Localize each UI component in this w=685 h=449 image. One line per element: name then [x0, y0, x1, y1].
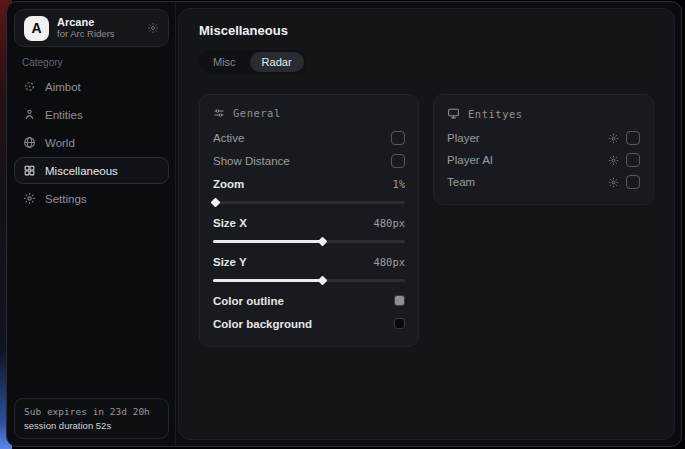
sidebar: A Arcane for Arc Riders Category [7, 2, 176, 446]
show-distance-checkbox[interactable] [391, 154, 405, 168]
gear-icon[interactable] [608, 133, 619, 144]
slider-fill [213, 279, 322, 282]
player-row: Player [447, 127, 640, 149]
team-checkbox[interactable] [626, 175, 640, 189]
size-x-row: Size X 480px [213, 211, 405, 234]
grid-icon [23, 164, 36, 177]
color-background-label: Color background [213, 318, 312, 330]
sidebar-item-miscellaneous[interactable]: Miscellaneous [14, 157, 169, 184]
monitor-icon [447, 107, 460, 120]
zoom-value: 1% [392, 178, 405, 190]
size-y-slider[interactable] [213, 274, 405, 286]
sub-expires-text: Sub expires in 23d 20h [24, 406, 159, 417]
brand-name: Arcane [57, 16, 115, 29]
sidebar-item-label: Miscellaneous [45, 165, 118, 177]
sidebar-nav: Aimbot Entities World [14, 73, 169, 212]
gear-icon[interactable] [608, 155, 619, 166]
size-y-label: Size Y [213, 256, 247, 268]
color-outline-row: Color outline [213, 289, 405, 312]
tab-misc[interactable]: Misc [201, 52, 248, 72]
general-panel-title: General [233, 107, 281, 119]
entities-panel-header: Entityes [447, 107, 640, 120]
player-checkbox[interactable] [626, 131, 640, 145]
active-row: Active [213, 126, 405, 149]
zoom-row: Zoom 1% [213, 172, 405, 195]
slider-fill [213, 201, 215, 204]
tab-bar: Misc Radar [199, 50, 306, 74]
size-x-label: Size X [213, 217, 247, 229]
player-ai-checkbox[interactable] [626, 153, 640, 167]
main-content: Miscellaneous Misc Radar General Active [178, 8, 675, 440]
active-checkbox[interactable] [391, 131, 405, 145]
color-outline-swatch[interactable] [394, 295, 405, 306]
size-y-row: Size Y 480px [213, 250, 405, 273]
general-panel: General Active Show Distance Zoom 1% [199, 94, 419, 347]
show-distance-row: Show Distance [213, 149, 405, 172]
slider-thumb[interactable] [318, 276, 328, 286]
sidebar-item-world[interactable]: World [14, 129, 169, 156]
sidebar-item-entities[interactable]: Entities [14, 101, 169, 128]
color-background-row: Color background [213, 312, 405, 335]
player-ai-label: Player AI [447, 154, 493, 166]
category-label: Category [22, 57, 63, 68]
globe-icon [23, 136, 36, 149]
app-window: A Arcane for Arc Riders Category [6, 1, 682, 447]
sidebar-item-settings[interactable]: Settings [14, 185, 169, 212]
player-ai-row: Player AI [447, 149, 640, 171]
zoom-label: Zoom [213, 178, 244, 190]
tab-radar[interactable]: Radar [250, 52, 304, 72]
brand-subtitle: for Arc Riders [57, 29, 115, 40]
team-label: Team [447, 176, 475, 188]
person-scan-icon [23, 108, 36, 121]
entities-panel-title: Entityes [468, 108, 523, 120]
size-x-slider[interactable] [213, 235, 405, 247]
entities-panel: Entityes Player [433, 94, 654, 205]
team-row: Team [447, 171, 640, 193]
size-y-value: 480px [373, 256, 405, 268]
general-panel-header: General [213, 107, 405, 119]
session-duration-text: session duration 52s [24, 420, 159, 431]
subscription-card: Sub expires in 23d 20h session duration … [14, 398, 169, 439]
sidebar-item-label: Entities [45, 109, 83, 121]
page-title: Miscellaneous [199, 23, 654, 38]
slider-thumb[interactable] [318, 237, 328, 247]
sidebar-item-label: Settings [45, 193, 87, 205]
slider-thumb[interactable] [210, 198, 220, 208]
active-label: Active [213, 132, 244, 144]
brand-text: Arcane for Arc Riders [57, 16, 115, 40]
brand-logo: A [24, 16, 49, 41]
size-x-value: 480px [373, 217, 405, 229]
color-background-swatch[interactable] [394, 318, 405, 329]
crosshair-icon [23, 80, 36, 93]
gear-icon[interactable] [608, 177, 619, 188]
gear-icon[interactable] [147, 22, 159, 34]
sidebar-item-label: Aimbot [45, 81, 81, 93]
brand-card: A Arcane for Arc Riders [14, 9, 169, 47]
panels-row: General Active Show Distance Zoom 1% [199, 94, 654, 347]
entities-rows: Player Player AI [447, 127, 640, 193]
sidebar-item-aimbot[interactable]: Aimbot [14, 73, 169, 100]
slider-track [213, 201, 405, 204]
sidebar-item-label: World [45, 137, 75, 149]
player-label: Player [447, 132, 480, 144]
zoom-slider[interactable] [213, 196, 405, 208]
sliders-icon [213, 107, 225, 119]
slider-fill [213, 240, 322, 243]
gear-icon [23, 192, 36, 205]
show-distance-label: Show Distance [213, 155, 290, 167]
color-outline-label: Color outline [213, 295, 284, 307]
